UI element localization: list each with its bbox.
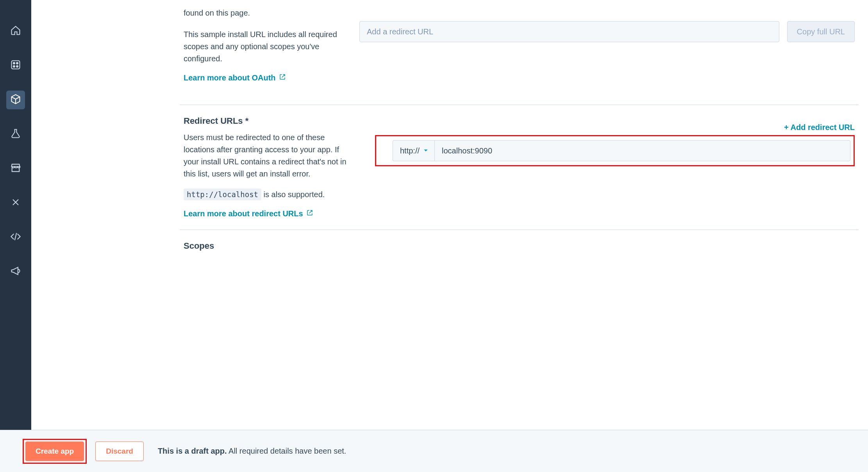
footer-status-rest: All required details have been set. [227, 447, 346, 455]
nav-tools[interactable] [6, 194, 25, 212]
scopes-title: Scopes [184, 241, 859, 251]
copy-full-url-button[interactable]: Copy full URL [787, 21, 855, 42]
nav-flask[interactable] [6, 125, 25, 144]
redirect-localhost-note: http://localhost is also supported. [184, 189, 355, 201]
create-app-button[interactable]: Create app [25, 442, 84, 461]
tools-icon [10, 197, 21, 209]
svg-point-2 [16, 62, 18, 64]
discard-button[interactable]: Discard [95, 442, 144, 461]
nav-apps[interactable] [6, 56, 25, 75]
scopes-section: Scopes [180, 230, 859, 258]
nav-store[interactable] [6, 159, 25, 178]
localhost-code: http://localhost [184, 189, 261, 200]
flask-icon [10, 128, 21, 141]
install-url-section: found on this page. This sample install … [180, 7, 859, 105]
svg-point-4 [16, 66, 18, 67]
learn-oauth-link[interactable]: Learn more about OAuth [184, 73, 286, 82]
content-area: found on this page. This sample install … [180, 7, 859, 430]
add-redirect-url-link[interactable]: + Add redirect URL [375, 123, 855, 132]
store-icon [10, 162, 21, 175]
package-icon [10, 94, 21, 106]
nav-home[interactable] [6, 22, 25, 41]
chevron-down-icon [423, 146, 429, 155]
learn-redirect-label: Learn more about redirect URLs [184, 209, 303, 218]
redirect-urls-desc: Users must be redirected to one of these… [184, 132, 355, 180]
create-button-highlight: Create app [23, 439, 87, 464]
main-panel: found on this page. This sample install … [31, 7, 868, 472]
localhost-after: is also supported. [261, 190, 325, 199]
install-desc-line2: This sample install URL includes all req… [184, 28, 355, 65]
footer-status-msg: This is a draft app. All required detail… [158, 447, 346, 456]
redirect-input-highlight: http:// [375, 135, 855, 166]
megaphone-icon [10, 265, 21, 278]
sidebar-nav [0, 0, 31, 472]
footer-status-bold: This is a draft app. [158, 447, 227, 455]
nav-package[interactable] [6, 91, 25, 109]
external-link-icon [306, 209, 313, 218]
svg-point-1 [13, 62, 15, 64]
learn-oauth-label: Learn more about OAuth [184, 73, 276, 82]
install-redirect-input[interactable] [359, 21, 779, 42]
footer-bar: Create app Discard This is a draft app. … [0, 430, 868, 472]
nav-megaphone[interactable] [6, 262, 25, 281]
external-link-icon [279, 73, 286, 82]
nav-code[interactable] [6, 228, 25, 247]
code-icon [10, 231, 21, 244]
svg-rect-0 [12, 61, 20, 69]
redirect-urls-section: Redirect URLs * Users must be redirected… [180, 105, 859, 230]
redirect-url-input[interactable] [434, 140, 850, 161]
apps-icon [10, 59, 21, 72]
redirect-url-row: http:// [393, 140, 850, 161]
svg-point-3 [13, 66, 15, 67]
install-desc-line1: found on this page. [184, 7, 355, 19]
home-icon [10, 25, 21, 37]
protocol-select[interactable]: http:// [393, 140, 434, 161]
learn-redirect-link[interactable]: Learn more about redirect URLs [184, 209, 313, 218]
protocol-value: http:// [400, 146, 420, 155]
